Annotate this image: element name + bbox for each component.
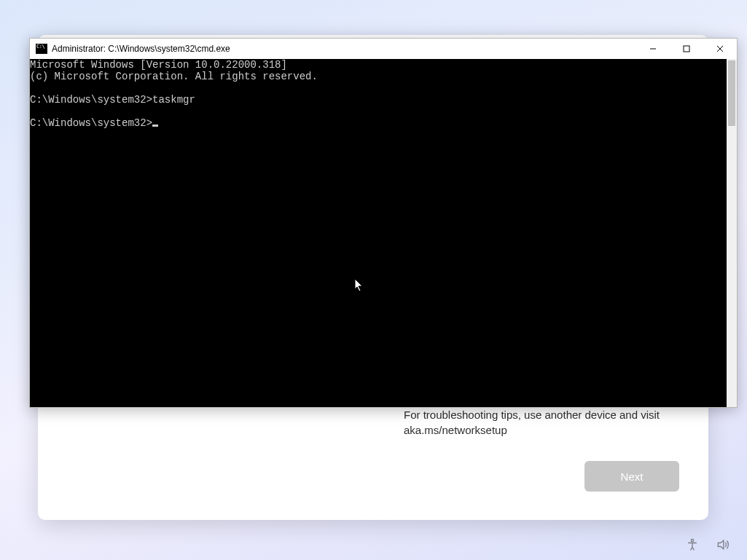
cmd-prompt-2: C:\Windows\system32> — [30, 117, 727, 129]
window-controls — [636, 39, 737, 59]
cmd-prompt-1-command: taskmgr — [152, 94, 195, 106]
oobe-troubleshoot-line1: For troubleshooting tips, use another de… — [404, 409, 660, 421]
cmd-scrollbar[interactable] — [727, 59, 737, 407]
oobe-troubleshoot-line2: aka.ms/networksetup — [404, 424, 507, 436]
cmd-prompt-1-path: C:\Windows\system32> — [30, 94, 152, 106]
cmd-blank-line — [30, 82, 727, 94]
cmd-title: Administrator: C:\Windows\system32\cmd.e… — [52, 44, 230, 54]
cmd-output[interactable]: Microsoft Windows [Version 10.0.22000.31… — [30, 59, 727, 407]
cmd-titlebar[interactable]: Administrator: C:\Windows\system32\cmd.e… — [30, 39, 737, 59]
cmd-copyright-line: (c) Microsoft Corporation. All rights re… — [30, 71, 727, 82]
maximize-button[interactable] — [670, 39, 703, 59]
system-tray — [684, 537, 731, 553]
cmd-version-line: Microsoft Windows [Version 10.0.22000.31… — [30, 59, 727, 71]
svg-rect-1 — [684, 46, 689, 52]
cmd-blank-line-2 — [30, 106, 727, 117]
oobe-troubleshoot-text: For troubleshooting tips, use another de… — [404, 407, 666, 438]
cmd-window[interactable]: Administrator: C:\Windows\system32\cmd.e… — [29, 38, 738, 408]
accessibility-icon[interactable] — [684, 537, 700, 553]
cmd-cursor — [152, 125, 158, 127]
minimize-button[interactable] — [636, 39, 670, 59]
next-button[interactable]: Next — [584, 461, 679, 492]
cmd-prompt-2-path: C:\Windows\system32> — [30, 117, 152, 129]
svg-point-0 — [691, 540, 693, 542]
cmd-body-wrap: Microsoft Windows [Version 10.0.22000.31… — [30, 59, 737, 407]
cmd-prompt-1: C:\Windows\system32>taskmgr — [30, 94, 727, 106]
close-button[interactable] — [703, 39, 737, 59]
cmd-icon — [36, 44, 47, 54]
volume-icon[interactable] — [715, 537, 731, 553]
